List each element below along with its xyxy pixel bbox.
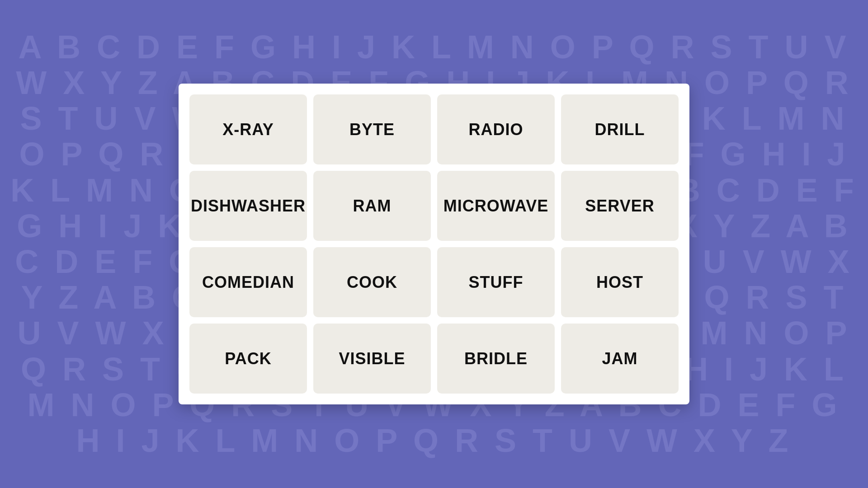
word-label: PACK (225, 349, 271, 368)
word-card[interactable]: COOK (313, 247, 431, 317)
word-label: BRIDLE (464, 349, 528, 368)
word-label: SERVER (585, 197, 654, 216)
word-card[interactable]: BRIDLE (437, 324, 555, 394)
word-label: COOK (347, 273, 397, 292)
word-card[interactable]: VISIBLE (313, 324, 431, 394)
word-card[interactable]: DISHWASHER (189, 171, 307, 241)
word-label: X-RAY (222, 120, 274, 139)
card-panel: X-RAYBYTERADIODRILLDISHWASHERRAMMICROWAV… (179, 84, 689, 404)
word-card[interactable]: BYTE (313, 94, 431, 164)
word-label: HOST (596, 273, 643, 292)
word-label: DISHWASHER (191, 197, 306, 216)
word-card[interactable]: COMEDIAN (189, 247, 307, 317)
word-card[interactable]: SERVER (561, 171, 679, 241)
word-grid: X-RAYBYTERADIODRILLDISHWASHERRAMMICROWAV… (189, 94, 679, 394)
word-card[interactable]: DRILL (561, 94, 679, 164)
word-card[interactable]: RAM (313, 171, 431, 241)
word-card[interactable]: RADIO (437, 94, 555, 164)
word-label: VISIBLE (339, 349, 405, 368)
word-label: RADIO (469, 120, 524, 139)
word-label: DRILL (595, 120, 645, 139)
word-label: JAM (602, 349, 637, 368)
word-label: COMEDIAN (202, 273, 294, 292)
word-card[interactable]: PACK (189, 324, 307, 394)
word-card[interactable]: JAM (561, 324, 679, 394)
word-label: RAM (353, 197, 392, 216)
word-label: BYTE (349, 120, 395, 139)
word-card[interactable]: HOST (561, 247, 679, 317)
word-label: MICROWAVE (443, 197, 548, 216)
word-card[interactable]: MICROWAVE (437, 171, 555, 241)
word-card[interactable]: X-RAY (189, 94, 307, 164)
word-card[interactable]: STUFF (437, 247, 555, 317)
word-label: STUFF (469, 273, 524, 292)
